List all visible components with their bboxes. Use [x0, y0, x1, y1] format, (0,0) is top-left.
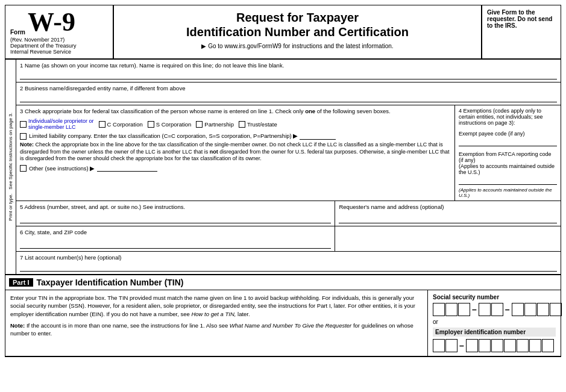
- field6-input[interactable]: [20, 239, 331, 249]
- field7-input[interactable]: [20, 262, 557, 272]
- ein-label: Employer identification number: [433, 328, 556, 337]
- ein-group2: [466, 339, 554, 352]
- field6-left: 6 City, state, and ZIP code: [16, 226, 335, 251]
- ein-group1: [433, 339, 458, 352]
- field1-label: 1 Name (as shown on your income tax retu…: [20, 62, 557, 69]
- form-main-title: Request for Taxpayer Identification Numb…: [120, 10, 475, 39]
- ein-digit-8[interactable]: [529, 339, 541, 352]
- irs-url: ▶ Go to www.irs.gov/FormW9 for instructi…: [120, 43, 475, 49]
- ssn-digit-2[interactable]: [445, 303, 458, 316]
- part1-description: Enter your TIN in the appropriate box. T…: [5, 290, 428, 356]
- part1-title-row: Part I Taxpayer Identification Number (T…: [5, 274, 561, 290]
- field1-row: 1 Name (as shown on your income tax retu…: [16, 60, 561, 82]
- part1-section: Part I Taxpayer Identification Number (T…: [5, 274, 561, 356]
- ssn-digit-5[interactable]: [491, 303, 503, 316]
- ein-digit-6[interactable]: [504, 339, 516, 352]
- exempt-payee-label: Exempt payee code (if any): [459, 131, 557, 137]
- cb-partnership: Partnership: [196, 121, 234, 128]
- field7-label: 7 List account number(s) here (optional): [20, 254, 557, 261]
- field4-label: 4 Exemptions (codes apply only to certai…: [459, 108, 557, 126]
- field5-left: 5 Address (number, street, and apt. or s…: [16, 201, 335, 226]
- form-label-text: Form W-9: [10, 9, 108, 36]
- ein-digit-3[interactable]: [466, 339, 478, 352]
- ein-digit-5[interactable]: [491, 339, 503, 352]
- field4-right: 4 Exemptions (codes apply only to certai…: [455, 105, 561, 201]
- cb-c-corp-box[interactable]: [99, 121, 105, 128]
- ssn-dash1: –: [472, 305, 477, 314]
- form-header: Form W-9 (Rev. November 2017) Department…: [5, 5, 561, 60]
- requester-input[interactable]: [339, 214, 557, 223]
- ein-digit-2[interactable]: [445, 339, 458, 352]
- ein-digit-7[interactable]: [517, 339, 529, 352]
- ssn-label: Social security number: [433, 294, 556, 300]
- ssn-dash2: –: [505, 305, 510, 314]
- field6-right: [335, 226, 561, 251]
- field5-input[interactable]: [20, 214, 331, 223]
- cb-trust-box[interactable]: [239, 121, 245, 128]
- rev-date: (Rev. November 2017): [10, 37, 108, 43]
- cb-s-corporation: S Corporation: [148, 121, 192, 128]
- field6-container: 6 City, state, and ZIP code: [16, 226, 561, 252]
- form-body: Print or type. See Specific Instructions…: [5, 60, 561, 274]
- ein-digit-9[interactable]: [542, 339, 554, 352]
- w9-form: Form W-9 (Rev. November 2017) Department…: [5, 5, 561, 357]
- part1-tin-inputs: Social security number – –: [428, 290, 561, 356]
- cb-llc-box[interactable]: [20, 133, 27, 140]
- ssn-group3: [512, 303, 562, 316]
- form-id-section: Form W-9 (Rev. November 2017) Department…: [5, 5, 114, 58]
- field3-container: 3 Check appropriate box for federal tax …: [16, 105, 561, 201]
- field5-label: 5 Address (number, street, and apt. or s…: [20, 204, 331, 210]
- ssn-digit-6[interactable]: [512, 303, 524, 316]
- fatca-label2: (Applies to accounts maintained outside …: [459, 163, 557, 175]
- llc-note: Note: Check the appropriate box in the l…: [20, 142, 451, 163]
- field5-container: 5 Address (number, street, and apt. or s…: [16, 201, 561, 226]
- ssn-digit-1[interactable]: [433, 303, 445, 316]
- dept2: Internal Revenue Service: [10, 49, 108, 55]
- form-fields: 1 Name (as shown on your income tax retu…: [16, 60, 561, 274]
- field2-input[interactable]: [20, 93, 557, 102]
- cb-partnership-box[interactable]: [196, 121, 203, 128]
- part1-body: Enter your TIN in the appropriate box. T…: [5, 290, 561, 356]
- field1-input[interactable]: [20, 70, 557, 79]
- fatca-label: Exemption from FATCA reporting code (if …: [459, 151, 557, 163]
- cb-s-corp-box[interactable]: [148, 121, 154, 128]
- ssn-digit-3[interactable]: [458, 303, 470, 316]
- cb-trust-estate: Trust/estate: [239, 121, 277, 128]
- field3-label: 3 Check appropriate box for federal tax …: [20, 108, 451, 114]
- llc-row: Limited liability company. Enter the tax…: [20, 132, 451, 140]
- ssn-digit-4[interactable]: [479, 303, 491, 316]
- sidebar-text: Print or type. See Specific Instructions…: [8, 113, 13, 221]
- llc-label: Limited liability company. Enter the tax…: [29, 132, 336, 140]
- requester-label: Requester's name and address (optional): [339, 204, 557, 210]
- cb-individual: Individual/sole proprietor or single-mem…: [20, 118, 94, 130]
- cb-individual-box[interactable]: [20, 121, 27, 128]
- ssn-group1: [433, 303, 470, 316]
- exempt-payee-section: Exempt payee code (if any): [459, 131, 557, 146]
- requester-right: Requester's name and address (optional): [335, 201, 561, 226]
- ssn-boxes: – –: [433, 303, 556, 316]
- form-title-section: Request for Taxpayer Identification Numb…: [114, 5, 482, 58]
- ssn-digit-8[interactable]: [537, 303, 549, 316]
- give-form-instruction: Give Form to the requester. Do not send …: [482, 5, 561, 58]
- ssn-digit-7[interactable]: [524, 303, 536, 316]
- tax-classification-row: Individual/sole proprietor or single-mem…: [20, 118, 451, 130]
- ein-digit-4[interactable]: [479, 339, 491, 352]
- dept1: Department of the Treasury: [10, 43, 108, 49]
- cb-c-corporation: C Corporation: [99, 121, 143, 128]
- ein-digit-1[interactable]: [433, 339, 445, 352]
- fatca-input[interactable]: [459, 176, 557, 185]
- other-row: Other (see instructions) ▶: [20, 164, 451, 172]
- field2-row: 2 Business name/disregarded entity name,…: [16, 82, 561, 105]
- part1-label: Part I: [9, 278, 33, 287]
- ssn-digit-9[interactable]: [550, 303, 562, 316]
- cb-other-box[interactable]: [20, 165, 27, 172]
- ein-boxes: –: [433, 339, 556, 352]
- form-number: W-9: [28, 9, 75, 36]
- ein-dash: –: [459, 341, 464, 350]
- field6-label: 6 City, state, and ZIP code: [20, 229, 331, 235]
- field7-row: 7 List account number(s) here (optional): [16, 252, 561, 274]
- exempt-payee-input[interactable]: [459, 138, 557, 146]
- part1-title: Taxpayer Identification Number (TIN): [37, 278, 184, 287]
- ssn-group2: [479, 303, 503, 316]
- or-text: or: [433, 319, 556, 325]
